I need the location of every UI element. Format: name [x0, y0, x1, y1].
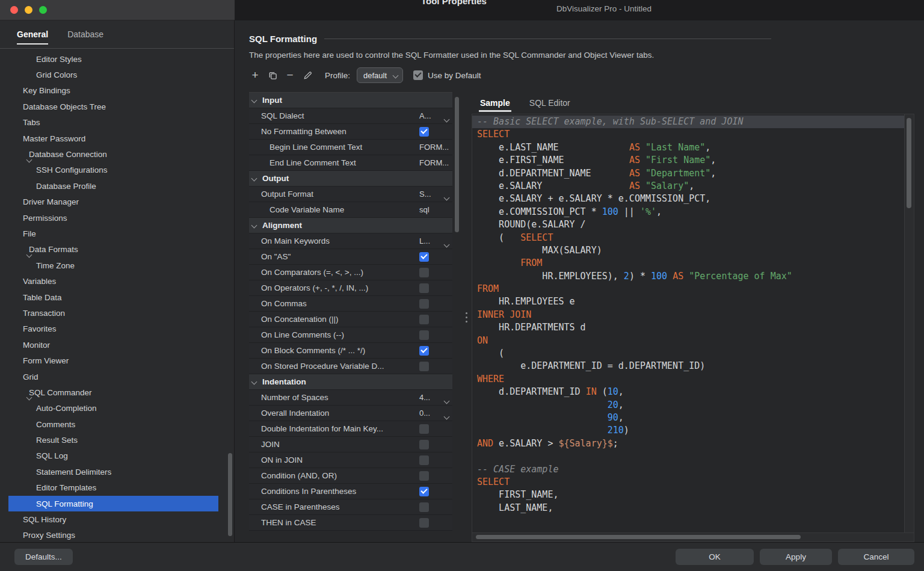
sidebar-item-sql-commander[interactable]: SQL Commander: [8, 384, 218, 400]
chevron-down-icon[interactable]: [444, 242, 450, 248]
tab-sample[interactable]: Sample: [479, 92, 511, 114]
minimize-window-button[interactable]: [25, 6, 32, 14]
sidebar-item-master-password[interactable]: Master Password: [8, 131, 218, 146]
sidebar-item-database-connection[interactable]: Database Connection: [8, 146, 218, 162]
sidebar-item-sql-history[interactable]: SQL History: [8, 511, 218, 527]
property-checkbox[interactable]: [419, 315, 429, 324]
sidebar-item-ssh-configurations[interactable]: SSH Configurations: [8, 162, 218, 178]
property-on-concatenation[interactable]: On Concatenation (||): [249, 312, 452, 327]
cancel-button[interactable]: Cancel: [838, 549, 914, 565]
property-no-formatting-between[interactable]: No Formatting Between: [249, 124, 452, 140]
sidebar-item-time-zone[interactable]: Time Zone: [8, 258, 218, 273]
chevron-down-icon[interactable]: [444, 414, 450, 420]
properties-scrollbar-thumb[interactable]: [455, 97, 459, 232]
property-checkbox[interactable]: [419, 268, 429, 277]
property-then-in-case[interactable]: THEN in CASE: [249, 515, 452, 531]
sidebar-item-driver-manager[interactable]: Driver Manager: [8, 194, 218, 210]
property-number-of-spaces[interactable]: Number of Spaces4...: [249, 390, 452, 406]
sidebar-item-proxy-settings[interactable]: Proxy Settings: [8, 528, 218, 542]
property-on-comparators[interactable]: On Comparators (=, <, >, ...): [249, 265, 452, 280]
pane-splitter[interactable]: [461, 92, 472, 542]
apply-button[interactable]: Apply: [760, 549, 832, 565]
property-checkbox[interactable]: [419, 362, 429, 371]
property-checkbox[interactable]: [419, 127, 429, 137]
zoom-window-button[interactable]: [39, 6, 47, 14]
property-checkbox[interactable]: [419, 518, 429, 528]
profile-select[interactable]: default: [357, 67, 403, 83]
sidebar-item-comments[interactable]: Comments: [8, 416, 218, 432]
sample-vertical-scrollbar-thumb[interactable]: [907, 118, 911, 208]
property-checkbox[interactable]: [419, 299, 429, 309]
property-end-line-comment-text[interactable]: End Line Comment TextFORM...: [249, 155, 452, 171]
sidebar-item-sql-log[interactable]: SQL Log: [8, 448, 218, 464]
property-checkbox[interactable]: [419, 455, 429, 465]
property-on-operators-in[interactable]: On Operators (+, -, *, /, IN, ...): [249, 280, 452, 296]
property-double-indentation-for-main-key[interactable]: Double Indentation for Main Key...: [249, 421, 452, 437]
edit-profile-button[interactable]: [301, 71, 313, 80]
use-by-default-checkbox[interactable]: [413, 70, 423, 80]
section-indentation[interactable]: Indentation: [249, 374, 452, 390]
sidebar-item-result-sets[interactable]: Result Sets: [8, 432, 218, 448]
sidebar-item-editor-templates[interactable]: Editor Templates: [8, 480, 218, 496]
property-on-as[interactable]: On "AS": [249, 249, 452, 265]
sidebar-item-form-viewer[interactable]: Form Viewer: [8, 353, 218, 368]
sidebar-item-variables[interactable]: Variables: [8, 273, 218, 289]
sidebar-item-database-profile[interactable]: Database Profile: [8, 178, 218, 194]
property-on-line-comments[interactable]: On Line Comments (--): [249, 327, 452, 343]
remove-profile-button[interactable]: −: [284, 69, 296, 81]
sidebar-item-favorites[interactable]: Favorites: [8, 321, 218, 337]
property-on-in-join[interactable]: ON in JOIN: [249, 452, 452, 468]
chevron-down-icon[interactable]: [444, 195, 450, 201]
sidebar-item-editor-styles[interactable]: Editor Styles: [8, 51, 218, 67]
property-checkbox[interactable]: [419, 487, 429, 496]
property-join[interactable]: JOIN: [249, 437, 452, 452]
ok-button[interactable]: OK: [676, 549, 754, 565]
property-checkbox[interactable]: [419, 424, 429, 434]
sample-vertical-scrollbar[interactable]: [904, 114, 914, 532]
property-conditions-in-parentheses[interactable]: Conditions In Parentheses: [249, 484, 452, 499]
sidebar-item-grid-colors[interactable]: Grid Colors: [8, 67, 218, 82]
property-code-variable-name[interactable]: Code Variable Namesql: [249, 202, 452, 218]
property-checkbox[interactable]: [419, 440, 429, 449]
property-case-in-parentheses[interactable]: CASE in Parentheses: [249, 499, 452, 515]
sidebar-item-data-formats[interactable]: Data Formats: [8, 242, 218, 258]
sidebar-item-monitor[interactable]: Monitor: [8, 337, 218, 353]
property-sql-dialect[interactable]: SQL DialectA...: [249, 108, 452, 124]
sidebar-item-statement-delimiters[interactable]: Statement Delimiters: [8, 464, 218, 480]
sidebar-item-database-objects-tree[interactable]: Database Objects Tree: [8, 99, 218, 114]
chevron-down-icon[interactable]: [444, 117, 450, 123]
sidebar-item-transaction[interactable]: Transaction: [8, 305, 218, 321]
property-checkbox[interactable]: [419, 502, 429, 512]
property-checkbox[interactable]: [419, 330, 429, 340]
property-overall-indentation[interactable]: Overall Indentation0...: [249, 406, 452, 421]
tree-scrollbar-thumb[interactable]: [228, 453, 232, 536]
sidebar-item-sql-formatting[interactable]: SQL Formatting: [8, 496, 218, 511]
sidebar-item-tabs[interactable]: Tabs: [8, 115, 218, 131]
property-checkbox[interactable]: [419, 252, 429, 262]
close-window-button[interactable]: [10, 6, 18, 14]
tab-sql-editor[interactable]: SQL Editor: [528, 92, 571, 114]
property-on-main-keywords[interactable]: On Main KeywordsL...: [249, 233, 452, 249]
sidebar-item-key-bindings[interactable]: Key Bindings: [8, 83, 218, 99]
sample-horizontal-scrollbar-thumb[interactable]: [476, 535, 801, 539]
properties-scrollbar[interactable]: [452, 92, 461, 542]
section-input[interactable]: Input: [249, 93, 452, 108]
sidebar-item-permissions[interactable]: Permissions: [8, 210, 218, 226]
section-alignment[interactable]: Alignment: [249, 218, 452, 233]
property-condition-and-or[interactable]: Condition (AND, OR): [249, 468, 452, 484]
add-profile-button[interactable]: +: [249, 69, 261, 81]
property-output-format[interactable]: Output FormatS...: [249, 187, 452, 202]
property-checkbox[interactable]: [419, 283, 429, 293]
section-output[interactable]: Output: [249, 171, 452, 187]
defaults-button[interactable]: Defaults...: [14, 549, 73, 565]
property-on-stored-procedure-variable-d[interactable]: On Stored Procedure Variable D...: [249, 359, 452, 374]
property-begin-line-comment-text[interactable]: Begin Line Comment TextFORM...: [249, 140, 452, 155]
sidebar-item-grid[interactable]: Grid: [8, 369, 218, 384]
property-checkbox[interactable]: [419, 346, 429, 356]
sidebar-item-table-data[interactable]: Table Data: [8, 289, 218, 305]
property-on-commas[interactable]: On Commas: [249, 296, 452, 312]
tab-general[interactable]: General: [17, 20, 48, 48]
chevron-down-icon[interactable]: [444, 398, 450, 404]
sidebar-item-file[interactable]: File: [8, 226, 218, 241]
sample-horizontal-scrollbar[interactable]: [472, 533, 914, 542]
